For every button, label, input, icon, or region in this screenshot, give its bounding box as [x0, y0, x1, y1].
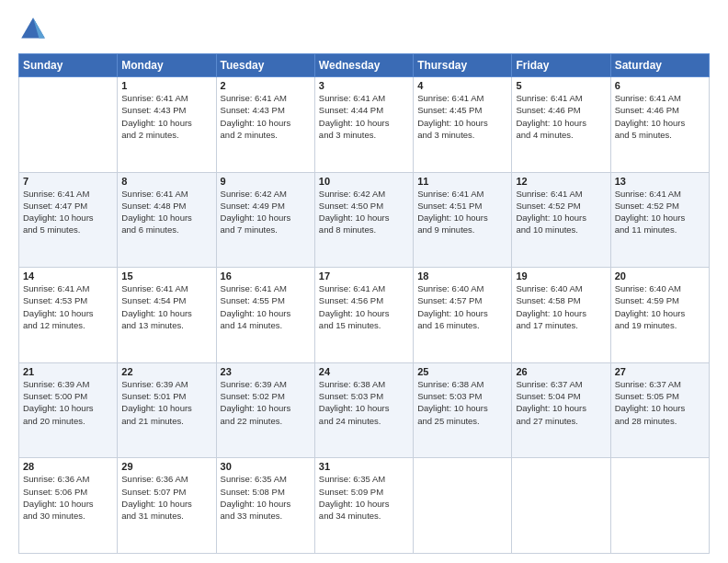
day-number: 30: [221, 461, 311, 472]
calendar-cell: 17Sunrise: 6:41 AMSunset: 4:56 PMDayligh…: [314, 268, 413, 363]
day-info: Sunrise: 6:41 AMSunset: 4:52 PMDaylight:…: [516, 188, 606, 236]
day-info: Sunrise: 6:36 AMSunset: 5:06 PMDaylight:…: [23, 473, 113, 522]
day-number: 29: [121, 461, 211, 472]
day-info: Sunrise: 6:41 AMSunset: 4:46 PMDaylight:…: [615, 92, 705, 141]
weekday-header-monday: Monday: [118, 54, 216, 77]
weekday-header-tuesday: Tuesday: [216, 54, 314, 77]
calendar-cell: 23Sunrise: 6:39 AMSunset: 5:02 PMDayligh…: [216, 362, 314, 458]
day-number: 3: [319, 80, 409, 91]
logo: [18, 15, 51, 44]
day-info: Sunrise: 6:41 AMSunset: 4:53 PMDaylight:…: [23, 282, 113, 331]
calendar-row: 7Sunrise: 6:41 AMSunset: 4:47 PMDaylight…: [19, 172, 710, 268]
calendar-cell: 30Sunrise: 6:35 AMSunset: 5:08 PMDayligh…: [216, 458, 314, 554]
calendar-row: 21Sunrise: 6:39 AMSunset: 5:00 PMDayligh…: [19, 362, 710, 458]
calendar-cell: 12Sunrise: 6:41 AMSunset: 4:52 PMDayligh…: [512, 172, 610, 268]
day-info: Sunrise: 6:38 AMSunset: 5:03 PMDaylight:…: [319, 378, 409, 427]
day-info: Sunrise: 6:39 AMSunset: 5:01 PMDaylight:…: [121, 378, 211, 427]
calendar-row: 14Sunrise: 6:41 AMSunset: 4:53 PMDayligh…: [19, 268, 710, 363]
day-info: Sunrise: 6:41 AMSunset: 4:43 PMDaylight:…: [221, 92, 311, 141]
calendar-cell: [19, 77, 118, 173]
calendar-cell: 8Sunrise: 6:41 AMSunset: 4:48 PMDaylight…: [118, 172, 216, 268]
page: SundayMondayTuesdayWednesdayThursdayFrid…: [0, 0, 728, 563]
calendar-cell: 26Sunrise: 6:37 AMSunset: 5:04 PMDayligh…: [512, 362, 610, 458]
day-number: 27: [615, 366, 705, 377]
day-info: Sunrise: 6:41 AMSunset: 4:56 PMDaylight:…: [319, 282, 409, 331]
weekday-header-thursday: Thursday: [414, 54, 512, 77]
day-info: Sunrise: 6:35 AMSunset: 5:09 PMDaylight:…: [319, 473, 409, 522]
calendar-cell: [414, 458, 512, 554]
day-number: 1: [121, 80, 211, 91]
day-number: 20: [615, 270, 705, 282]
day-info: Sunrise: 6:36 AMSunset: 5:07 PMDaylight:…: [121, 473, 211, 522]
day-number: 15: [121, 270, 211, 282]
calendar-cell: 18Sunrise: 6:40 AMSunset: 4:57 PMDayligh…: [414, 268, 512, 363]
calendar-row: 28Sunrise: 6:36 AMSunset: 5:06 PMDayligh…: [19, 458, 710, 554]
calendar-cell: 21Sunrise: 6:39 AMSunset: 5:00 PMDayligh…: [19, 362, 118, 458]
day-number: 7: [23, 176, 113, 187]
day-info: Sunrise: 6:37 AMSunset: 5:04 PMDaylight:…: [516, 378, 606, 427]
day-info: Sunrise: 6:38 AMSunset: 5:03 PMDaylight:…: [417, 378, 507, 427]
day-info: Sunrise: 6:40 AMSunset: 4:58 PMDaylight:…: [516, 282, 606, 331]
calendar-cell: 13Sunrise: 6:41 AMSunset: 4:52 PMDayligh…: [610, 172, 709, 268]
day-info: Sunrise: 6:41 AMSunset: 4:51 PMDaylight:…: [417, 188, 507, 236]
calendar-cell: 1Sunrise: 6:41 AMSunset: 4:43 PMDaylight…: [118, 77, 216, 173]
day-number: 8: [121, 176, 211, 187]
day-info: Sunrise: 6:41 AMSunset: 4:47 PMDaylight:…: [23, 188, 113, 236]
day-info: Sunrise: 6:42 AMSunset: 4:50 PMDaylight:…: [319, 188, 409, 236]
day-number: 13: [615, 176, 705, 187]
weekday-header-wednesday: Wednesday: [314, 54, 413, 77]
weekday-header-friday: Friday: [512, 54, 610, 77]
day-number: 25: [417, 366, 507, 377]
day-number: 14: [23, 270, 113, 282]
calendar-cell: 29Sunrise: 6:36 AMSunset: 5:07 PMDayligh…: [118, 458, 216, 554]
day-number: 24: [319, 366, 409, 377]
day-number: 12: [516, 176, 606, 187]
calendar-cell: 25Sunrise: 6:38 AMSunset: 5:03 PMDayligh…: [414, 362, 512, 458]
weekday-header-saturday: Saturday: [610, 54, 709, 77]
day-number: 6: [615, 80, 705, 91]
day-info: Sunrise: 6:39 AMSunset: 5:00 PMDaylight:…: [23, 378, 113, 427]
calendar-cell: 31Sunrise: 6:35 AMSunset: 5:09 PMDayligh…: [314, 458, 413, 554]
day-number: 2: [221, 80, 311, 91]
day-number: 22: [121, 366, 211, 377]
day-info: Sunrise: 6:40 AMSunset: 4:57 PMDaylight:…: [417, 282, 507, 331]
day-number: 5: [516, 80, 606, 91]
calendar-cell: 16Sunrise: 6:41 AMSunset: 4:55 PMDayligh…: [216, 268, 314, 363]
calendar-cell: [610, 458, 709, 554]
day-number: 26: [516, 366, 606, 377]
day-info: Sunrise: 6:42 AMSunset: 4:49 PMDaylight:…: [221, 188, 311, 236]
logo-icon: [18, 15, 48, 44]
calendar-cell: 7Sunrise: 6:41 AMSunset: 4:47 PMDaylight…: [19, 172, 118, 268]
day-info: Sunrise: 6:41 AMSunset: 4:45 PMDaylight:…: [417, 92, 507, 141]
calendar-cell: 20Sunrise: 6:40 AMSunset: 4:59 PMDayligh…: [610, 268, 709, 363]
day-info: Sunrise: 6:41 AMSunset: 4:44 PMDaylight:…: [319, 92, 409, 141]
day-info: Sunrise: 6:41 AMSunset: 4:43 PMDaylight:…: [121, 92, 211, 141]
day-number: 28: [23, 461, 113, 472]
day-number: 17: [319, 270, 409, 282]
calendar-cell: 5Sunrise: 6:41 AMSunset: 4:46 PMDaylight…: [512, 77, 610, 173]
day-number: 16: [221, 270, 311, 282]
day-number: 18: [417, 270, 507, 282]
day-info: Sunrise: 6:41 AMSunset: 4:55 PMDaylight:…: [221, 282, 311, 331]
day-info: Sunrise: 6:41 AMSunset: 4:54 PMDaylight:…: [121, 282, 211, 331]
calendar-cell: 6Sunrise: 6:41 AMSunset: 4:46 PMDaylight…: [610, 77, 709, 173]
header: [18, 15, 710, 44]
calendar-cell: 19Sunrise: 6:40 AMSunset: 4:58 PMDayligh…: [512, 268, 610, 363]
calendar-cell: 27Sunrise: 6:37 AMSunset: 5:05 PMDayligh…: [610, 362, 709, 458]
calendar-cell: 9Sunrise: 6:42 AMSunset: 4:49 PMDaylight…: [216, 172, 314, 268]
calendar-cell: 14Sunrise: 6:41 AMSunset: 4:53 PMDayligh…: [19, 268, 118, 363]
calendar-cell: 3Sunrise: 6:41 AMSunset: 4:44 PMDaylight…: [314, 77, 413, 173]
calendar-cell: 22Sunrise: 6:39 AMSunset: 5:01 PMDayligh…: [118, 362, 216, 458]
calendar-cell: 4Sunrise: 6:41 AMSunset: 4:45 PMDaylight…: [414, 77, 512, 173]
day-info: Sunrise: 6:39 AMSunset: 5:02 PMDaylight:…: [221, 378, 311, 427]
day-number: 4: [417, 80, 507, 91]
calendar-row: 1Sunrise: 6:41 AMSunset: 4:43 PMDaylight…: [19, 77, 710, 173]
day-number: 11: [417, 176, 507, 187]
day-info: Sunrise: 6:41 AMSunset: 4:46 PMDaylight:…: [516, 92, 606, 141]
day-number: 21: [23, 366, 113, 377]
day-info: Sunrise: 6:41 AMSunset: 4:52 PMDaylight:…: [615, 188, 705, 236]
day-number: 19: [516, 270, 606, 282]
calendar-cell: 11Sunrise: 6:41 AMSunset: 4:51 PMDayligh…: [414, 172, 512, 268]
calendar-cell: 24Sunrise: 6:38 AMSunset: 5:03 PMDayligh…: [314, 362, 413, 458]
day-info: Sunrise: 6:41 AMSunset: 4:48 PMDaylight:…: [121, 188, 211, 236]
